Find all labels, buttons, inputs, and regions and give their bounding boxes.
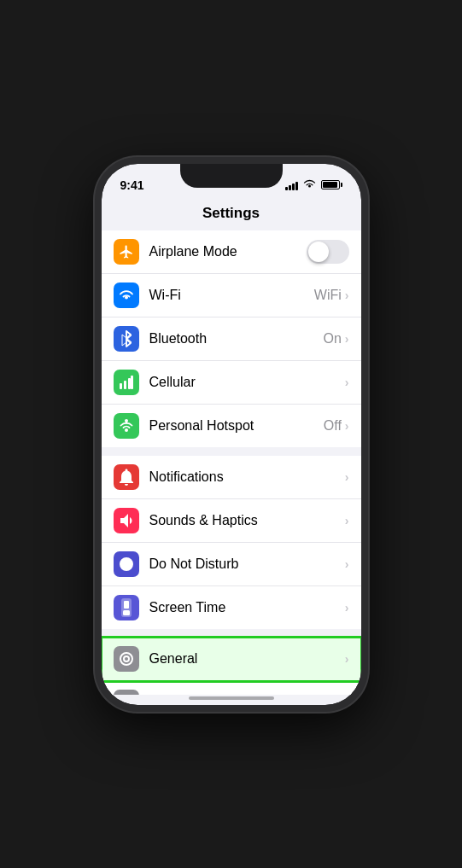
phone-screen: 9:41 Settings <box>102 164 361 705</box>
svg-rect-6 <box>123 610 130 615</box>
hotspot-icon <box>114 413 139 439</box>
dnd-icon <box>114 551 139 577</box>
general-icon <box>114 646 139 672</box>
settings-item-notifications[interactable]: Notifications › <box>102 456 361 499</box>
cellular-chevron: › <box>345 376 349 389</box>
settings-item-general[interactable]: General › <box>102 638 361 681</box>
wifi-chevron: › <box>345 288 349 302</box>
bluetooth-chevron: › <box>345 332 349 346</box>
power-button <box>366 292 368 335</box>
wifi-label: Wi-Fi <box>149 288 314 303</box>
dnd-label: Do Not Disturb <box>149 556 345 572</box>
hotspot-label: Personal Hotspot <box>149 418 324 434</box>
volume-down-button <box>95 309 96 335</box>
settings-item-hotspot[interactable]: Personal Hotspot Off › <box>102 405 361 447</box>
list-connectivity: Airplane Mode Wi-Fi WiFi › <box>102 230 361 447</box>
bluetooth-value: On <box>323 331 341 347</box>
battery-icon <box>321 180 342 189</box>
dnd-chevron: › <box>345 557 349 571</box>
settings-item-controlcenter[interactable]: Control Center › <box>102 681 361 695</box>
cellular-icon <box>114 370 139 395</box>
svg-rect-2 <box>128 378 131 389</box>
sounds-label: Sounds & Haptics <box>149 513 345 528</box>
svg-rect-7 <box>124 601 129 609</box>
volume-up-button <box>95 275 96 300</box>
notch <box>180 164 283 188</box>
wifi-settings-icon <box>114 283 139 308</box>
bluetooth-label: Bluetooth <box>149 331 324 347</box>
settings-item-dnd[interactable]: Do Not Disturb › <box>102 543 361 586</box>
notifications-icon <box>114 464 139 490</box>
home-indicator <box>189 696 274 700</box>
settings-item-bluetooth[interactable]: Bluetooth On › <box>102 317 361 361</box>
screentime-chevron: › <box>345 601 349 615</box>
bluetooth-icon <box>114 326 139 352</box>
svg-rect-0 <box>120 383 122 389</box>
group-spacer-1 <box>102 447 361 456</box>
settings-item-airplane-mode[interactable]: Airplane Mode <box>102 230 361 274</box>
hotspot-value: Off <box>324 418 342 434</box>
settings-scroll[interactable]: Airplane Mode Wi-Fi WiFi › <box>102 230 361 695</box>
sounds-icon <box>114 508 139 533</box>
general-chevron: › <box>345 652 349 666</box>
group-notifications: Notifications › Sounds & Haptics › <box>102 456 361 629</box>
wifi-value: WiFi <box>314 288 342 303</box>
list-general: General › Control Center › AA D <box>102 638 361 695</box>
phone-frame: 9:41 Settings <box>95 157 368 712</box>
status-icons <box>285 178 342 191</box>
page-title: Settings <box>102 201 361 230</box>
airplane-mode-label: Airplane Mode <box>149 244 307 259</box>
settings-item-wifi[interactable]: Wi-Fi WiFi › <box>102 274 361 317</box>
airplane-mode-toggle[interactable] <box>307 240 349 264</box>
airplane-mode-icon <box>114 239 139 265</box>
hotspot-chevron: › <box>345 419 349 433</box>
general-label: General <box>149 651 345 667</box>
screentime-label: Screen Time <box>149 600 345 615</box>
cellular-label: Cellular <box>149 375 345 390</box>
list-notifications: Notifications › Sounds & Haptics › <box>102 456 361 629</box>
group-spacer-2 <box>102 629 361 638</box>
settings-item-screentime[interactable]: Screen Time › <box>102 586 361 629</box>
svg-rect-3 <box>131 376 133 389</box>
settings-item-cellular[interactable]: Cellular › <box>102 361 361 405</box>
signal-icon <box>285 180 298 190</box>
wifi-icon <box>303 178 316 191</box>
status-time: 9:41 <box>120 178 144 192</box>
screentime-icon <box>114 595 139 620</box>
controlcenter-icon <box>114 690 139 695</box>
notifications-label: Notifications <box>149 469 345 485</box>
sounds-chevron: › <box>345 514 349 527</box>
svg-rect-1 <box>124 381 126 389</box>
notifications-chevron: › <box>345 470 349 484</box>
group-connectivity: Airplane Mode Wi-Fi WiFi › <box>102 230 361 447</box>
group-general: General › Control Center › AA D <box>102 638 361 695</box>
settings-item-sounds[interactable]: Sounds & Haptics › <box>102 499 361 543</box>
svg-point-4 <box>125 428 128 432</box>
